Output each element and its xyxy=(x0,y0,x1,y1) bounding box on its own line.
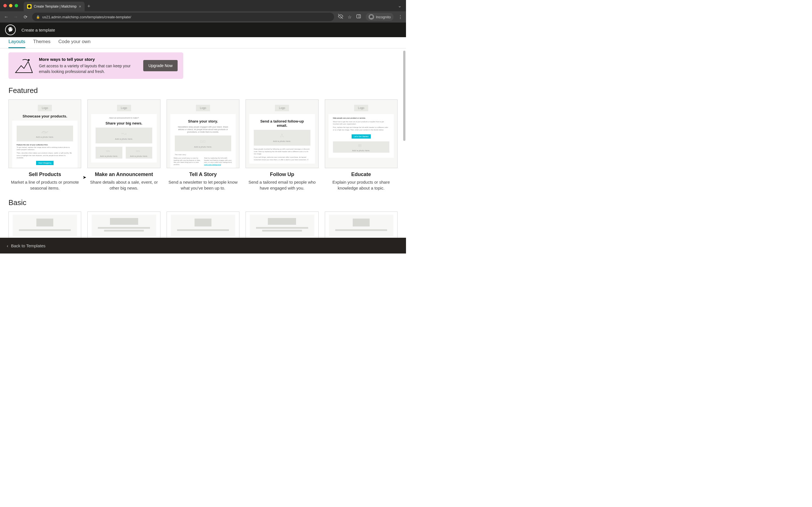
url-input[interactable]: 🔒 us21.admin.mailchimp.com/templates/cre… xyxy=(32,13,334,21)
close-window-button[interactable] xyxy=(3,4,7,7)
app-header: Create a template xyxy=(0,22,406,37)
promo-title: More ways to tell your story xyxy=(39,57,138,62)
promo-description: Get access to a variety of layouts that … xyxy=(39,63,138,74)
upgrade-promo-banner: More ways to tell your story Get access … xyxy=(8,52,183,79)
footer-bar: ‹ Back to Templates xyxy=(0,238,406,253)
template-preview: Logo Help people use your product or ser… xyxy=(325,100,398,168)
tab-bar: Create Template | Mailchimp × + ⌄ xyxy=(0,0,406,11)
template-basic-4[interactable] xyxy=(246,212,318,240)
template-name: Make an Announcement xyxy=(87,172,160,177)
incognito-badge[interactable]: Incognito xyxy=(366,13,394,21)
incognito-label: Incognito xyxy=(376,15,391,19)
template-preview: Logo Have an announcement to make? Share… xyxy=(87,100,160,168)
svg-rect-10 xyxy=(200,140,202,143)
eye-off-icon[interactable] xyxy=(338,14,343,20)
section-basic-title: Basic xyxy=(8,198,398,207)
menu-dots-icon[interactable]: ⋮ xyxy=(398,14,403,20)
tab-code-your-own[interactable]: Code your own xyxy=(58,37,91,48)
template-name: Follow Up xyxy=(246,172,318,177)
svg-rect-12 xyxy=(358,144,360,145)
lock-icon: 🔒 xyxy=(36,15,40,19)
forward-icon: → xyxy=(13,14,18,19)
tab-title: Create Template | Mailchimp xyxy=(34,4,77,8)
upgrade-now-button[interactable]: Upgrade Now xyxy=(143,60,177,71)
tab-layouts[interactable]: Layouts xyxy=(8,37,26,48)
template-description: Explain your products or share knowledge… xyxy=(325,179,398,191)
url-text: us21.admin.mailchimp.com/templates/creat… xyxy=(42,15,131,19)
svg-point-0 xyxy=(28,5,31,8)
page-tabs: Layouts Themes Code your own xyxy=(0,37,406,48)
featured-templates-grid: Logo Showcase your products. Add a photo… xyxy=(8,100,398,191)
template-basic-1[interactable] xyxy=(8,212,81,240)
template-description: Share details about a sale, event, or ot… xyxy=(87,179,160,191)
svg-rect-1 xyxy=(357,15,361,18)
template-educate[interactable]: Logo Help people use your product or ser… xyxy=(325,100,398,191)
browser-tab[interactable]: Create Template | Mailchimp × xyxy=(24,2,85,11)
template-basic-5[interactable] xyxy=(325,212,398,240)
svg-point-6 xyxy=(42,132,47,134)
svg-text:50%: 50% xyxy=(136,150,140,152)
svg-text:10%: 10% xyxy=(121,133,124,134)
tab-favicon xyxy=(27,4,32,9)
template-name: Tell A Story xyxy=(167,172,239,177)
template-description: Send a newsletter to let people know wha… xyxy=(167,179,239,191)
browser-chrome: Create Template | Mailchimp × + ⌄ ← → ⟳ … xyxy=(0,0,406,22)
template-follow-up[interactable]: Logo Send a tailored follow-up email. Ad… xyxy=(246,100,318,191)
template-preview: Logo Share your story. Newsletters keep … xyxy=(167,100,239,168)
svg-point-3 xyxy=(370,17,371,18)
tab-themes[interactable]: Themes xyxy=(33,37,50,48)
template-sell-products[interactable]: Logo Showcase your products. Add a photo… xyxy=(8,100,81,191)
back-to-templates-link[interactable]: ‹ Back to Templates xyxy=(7,243,45,248)
template-make-announcement[interactable]: Logo Have an announcement to make? Share… xyxy=(87,100,160,191)
star-icon[interactable]: ☆ xyxy=(348,14,352,20)
svg-rect-15 xyxy=(360,146,361,147)
reload-icon[interactable]: ⟳ xyxy=(22,14,28,20)
template-name: Educate xyxy=(325,172,398,177)
back-label: Back to Templates xyxy=(11,243,45,248)
minimize-window-button[interactable] xyxy=(9,4,12,7)
maximize-window-button[interactable] xyxy=(15,4,18,7)
window-controls xyxy=(3,4,18,7)
svg-rect-11 xyxy=(203,140,205,142)
page-title: Create a template xyxy=(21,27,55,33)
close-tab-icon[interactable]: × xyxy=(79,4,81,9)
promo-illustration xyxy=(14,57,34,74)
basic-templates-grid xyxy=(8,212,398,240)
template-tell-story[interactable]: Logo Share your story. Newsletters keep … xyxy=(167,100,239,191)
panel-icon[interactable] xyxy=(356,14,361,20)
address-bar: ← → ⟳ 🔒 us21.admin.mailchimp.com/templat… xyxy=(0,11,406,22)
svg-point-5 xyxy=(28,59,30,61)
template-description: Market a line of products or promote sea… xyxy=(8,179,81,191)
template-description: Send a tailored email to people who have… xyxy=(246,179,318,191)
new-tab-button[interactable]: + xyxy=(87,3,91,9)
template-preview: Logo Send a tailored follow-up email. Ad… xyxy=(246,100,318,168)
template-preview: Logo Showcase your products. Add a photo… xyxy=(8,100,81,168)
section-featured-title: Featured xyxy=(8,86,398,95)
incognito-icon xyxy=(368,14,374,20)
template-basic-2[interactable] xyxy=(87,212,160,240)
tab-list-chevron-icon[interactable]: ⌄ xyxy=(398,3,402,8)
svg-text:50%: 50% xyxy=(106,150,110,152)
content-area: More ways to tell your story Get access … xyxy=(0,48,406,253)
svg-point-4 xyxy=(371,17,373,18)
scrollbar-thumb[interactable] xyxy=(403,51,405,141)
svg-rect-13 xyxy=(360,144,361,145)
back-icon[interactable]: ← xyxy=(3,14,9,19)
chevron-left-icon: ‹ xyxy=(7,243,8,248)
template-basic-3[interactable] xyxy=(167,212,239,240)
template-name: Sell Products xyxy=(8,172,81,177)
svg-rect-14 xyxy=(358,146,360,147)
mailchimp-logo[interactable] xyxy=(5,24,16,35)
